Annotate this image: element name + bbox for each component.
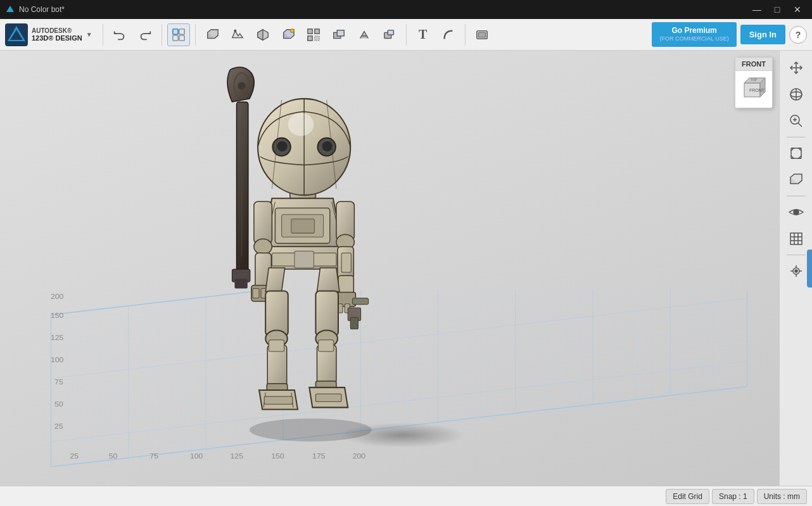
- svg-rect-4: [172, 28, 177, 34]
- logo-image: [5, 23, 28, 46]
- svg-text:25: 25: [54, 423, 63, 430]
- titlebar: No Color bot* — □ ✕: [0, 0, 812, 19]
- help-button[interactable]: ?: [789, 26, 807, 44]
- svg-rect-78: [341, 253, 351, 272]
- sketch-button[interactable]: [226, 23, 249, 46]
- panel-sep-3: [787, 255, 806, 255]
- svg-rect-14: [307, 28, 312, 33]
- svg-point-65: [254, 239, 272, 254]
- svg-rect-64: [254, 201, 272, 243]
- snap-button[interactable]: [784, 259, 808, 283]
- svg-text:200: 200: [51, 293, 63, 300]
- svg-rect-46: [234, 279, 247, 288]
- edit-grid-button[interactable]: Edit Grid: [666, 489, 709, 504]
- svg-text:125: 125: [51, 334, 63, 341]
- units-button[interactable]: Units : mm: [757, 489, 807, 504]
- svg-rect-23: [478, 32, 485, 37]
- svg-rect-60: [291, 219, 315, 233]
- perspective-button[interactable]: [784, 168, 808, 192]
- svg-rect-91: [319, 340, 334, 351]
- front-view-cube[interactable]: FRONT TOP: [735, 71, 772, 108]
- view-mode-button[interactable]: [784, 200, 808, 224]
- separator-4: [406, 24, 407, 46]
- svg-line-104: [798, 123, 802, 127]
- window-title: No Color bot*: [19, 5, 65, 14]
- svg-marker-0: [6, 6, 14, 12]
- group-button[interactable]: [471, 23, 493, 46]
- text-icon: T: [419, 27, 427, 42]
- svg-rect-63: [295, 251, 314, 268]
- svg-point-110: [794, 210, 799, 215]
- svg-text:50: 50: [54, 401, 63, 408]
- signin-button[interactable]: Sign In: [740, 25, 785, 44]
- separator-3: [195, 24, 196, 46]
- logo-dropdown-arrow[interactable]: ▼: [86, 31, 92, 38]
- svg-text:150: 150: [51, 312, 63, 319]
- svg-point-94: [250, 419, 372, 442]
- app-icon: [5, 4, 15, 15]
- svg-rect-42: [237, 102, 248, 282]
- modify-button[interactable]: [277, 23, 300, 46]
- svg-rect-5: [179, 28, 184, 34]
- viewport[interactable]: 25 50 75 100 125 150 175 200 25 50 75 10…: [0, 51, 779, 486]
- svg-rect-16: [307, 35, 312, 40]
- svg-rect-7: [179, 35, 184, 40]
- fillet-button[interactable]: [437, 23, 460, 46]
- grid-button[interactable]: [784, 227, 808, 251]
- minimize-button[interactable]: —: [747, 0, 766, 19]
- zoom-button[interactable]: [784, 109, 808, 133]
- svg-point-117: [795, 270, 797, 272]
- snap-value-button[interactable]: Snap : 1: [712, 489, 754, 504]
- redo-button[interactable]: [134, 23, 156, 46]
- svg-rect-82: [265, 291, 288, 336]
- logo-text: AUTODESK® 123D® DESIGN: [32, 27, 82, 42]
- front-view-label: FRONT: [735, 58, 772, 71]
- statusbar: Edit Grid Snap : 1 Units : mm: [0, 486, 812, 506]
- fit-button[interactable]: [784, 141, 808, 165]
- svg-point-13: [290, 28, 294, 32]
- orbit-button[interactable]: [784, 82, 808, 106]
- robot-3d-model: [76, 63, 519, 475]
- view-cube-svg: FRONT TOP: [738, 73, 770, 105]
- svg-rect-88: [315, 291, 338, 336]
- svg-text:TOP: TOP: [751, 78, 758, 82]
- panel-sep-2: [787, 196, 806, 196]
- svg-point-54: [277, 141, 288, 151]
- svg-rect-93: [315, 394, 341, 402]
- construct-button[interactable]: [251, 23, 274, 46]
- svg-rect-87: [264, 396, 293, 404]
- front-view-widget[interactable]: FRONT FRONT TOP: [735, 57, 773, 108]
- svg-rect-85: [269, 340, 284, 351]
- toolbar-right: Go Premium (FOR COMMERCIAL USE) Sign In …: [652, 22, 807, 47]
- svg-rect-81: [350, 317, 358, 329]
- svg-rect-111: [790, 233, 802, 244]
- text-button[interactable]: T: [412, 23, 435, 46]
- premium-button[interactable]: Go Premium (FOR COMMERCIAL USE): [652, 22, 736, 47]
- select-button[interactable]: [167, 23, 190, 46]
- undo-button[interactable]: [108, 23, 131, 46]
- svg-text:100: 100: [51, 357, 63, 364]
- titlebar-controls: — □ ✕: [747, 0, 807, 19]
- titlebar-left: No Color bot*: [5, 4, 65, 15]
- 3dprint-button[interactable]: [353, 23, 376, 46]
- panel-expand-tab[interactable]: [807, 250, 812, 288]
- svg-rect-6: [172, 35, 177, 40]
- primitives-button[interactable]: [201, 23, 224, 46]
- pan-button[interactable]: [784, 56, 808, 80]
- close-button[interactable]: ✕: [788, 0, 807, 19]
- panel-sep-1: [787, 137, 806, 137]
- svg-rect-15: [314, 28, 319, 33]
- sendto-button[interactable]: [378, 23, 401, 46]
- maximize-button[interactable]: □: [768, 0, 787, 19]
- svg-point-55: [322, 141, 333, 151]
- right-panel: [779, 51, 812, 486]
- svg-rect-19: [337, 30, 344, 35]
- toolbar: AUTODESK® 123D® DESIGN ▼: [0, 19, 812, 51]
- svg-text:FRONT: FRONT: [749, 88, 765, 92]
- combine-button[interactable]: [327, 23, 350, 46]
- svg-rect-17: [314, 35, 319, 40]
- pattern-button[interactable]: [302, 23, 325, 46]
- svg-point-51: [288, 113, 314, 136]
- svg-marker-11: [257, 29, 262, 40]
- svg-rect-68: [253, 288, 259, 298]
